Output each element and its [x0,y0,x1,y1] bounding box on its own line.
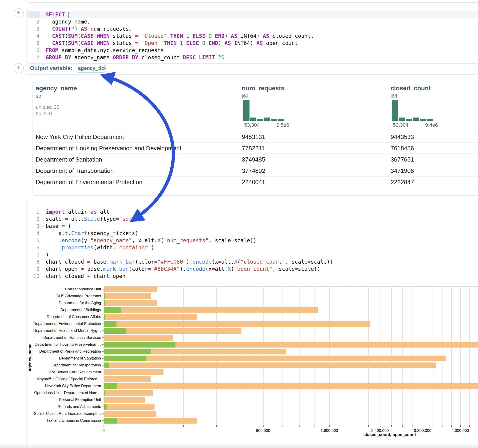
column-header[interactable]: num_requests [242,85,284,92]
y-axis-tick [102,296,104,296]
x-axis-tick [469,425,470,427]
column-stats: unique: 20 [36,104,59,110]
y-axis-tick [102,365,104,366]
y-axis-label: Refunds and Adjustments [2,404,101,409]
bar-closed-count [104,335,173,341]
line-number: 3 [27,25,39,32]
cell-closed-count: 2222847 [391,176,414,188]
y-axis-label: Department of Environmental Protection [2,322,101,326]
column-header[interactable]: agency_name [36,85,77,92]
code-text: agency_name, [40,18,478,25]
code-line[interactable]: 9chart_open = base.mark_bar(color="#8BC3… [26,266,478,273]
y-axis-tick [102,351,104,352]
histogram-bar [257,119,263,121]
x-axis-domain [104,425,478,425]
gridline [469,286,470,425]
histogram-bar [264,118,270,121]
bar-open-count [104,418,117,423]
histogram-bar [420,119,426,121]
y-axis-label: New York City Police Department [2,384,101,388]
output-variable-pill[interactable]: agency_tickets [76,64,106,73]
line-number: 1 [27,208,39,216]
sql-code-editor[interactable]: 1⌄SELECT 2 agency_name,3 COUNT(*) AS num… [26,11,478,61]
result-table: agency_namestrunique: 20nulls: 0num_requ… [32,81,478,196]
code-line[interactable]: 3 COUNT(*) AS num_requests, [26,25,478,32]
python-code-editor[interactable]: 1import altair as alt2scale = alt.Scale(… [26,208,478,280]
bar-open-count [104,293,105,299]
code-line[interactable]: 8chart_closed = base.mark_bar(color="#FF… [26,258,478,266]
cell-num-requests: 3749485 [242,154,265,165]
code-text: .encode(y="agency_name", x=alt.X("num_re… [40,237,478,244]
x-axis-tick [402,425,403,427]
bar-closed-count [104,390,153,396]
histogram-max-label: 9.5e6 [277,122,289,128]
cell-closed-count: 7618456 [391,143,414,154]
column-histogram[interactable] [243,100,284,121]
x-axis-tick [299,425,300,427]
y-axis-label: Department of Buildings [2,308,101,312]
code-text: FROM sample_data.nyc.service_requests [40,47,478,54]
y-axis-tick [102,372,104,372]
code-line[interactable]: 6FROM sample_data.nyc.service_requests [26,47,478,54]
x-axis-tick [380,425,380,427]
code-line[interactable]: 1⌄SELECT [26,11,478,18]
x-axis-tick [314,425,315,427]
y-axis-tick [102,324,104,324]
line-number: 3 [27,223,39,230]
x-axis-tick-label: 0 [102,428,104,433]
line-number: 9 [27,266,39,273]
code-line[interactable]: 1import altair as alt [26,208,478,216]
bar-open-count [104,307,121,313]
table-row[interactable]: Department of Transportation377489234719… [35,165,478,176]
code-text: import altair as alt [40,208,478,216]
cell-closed-count: 9443533 [391,131,414,143]
x-axis-tick [460,425,461,427]
bar-open-count [104,300,105,306]
code-line[interactable]: 2scale = alt.Scale(type="sqrt") [26,216,478,223]
table-row[interactable]: New York City Police Department945313194… [35,131,478,143]
x-axis-tick [104,425,104,427]
cell-closed-count: 3677651 [391,154,414,165]
bar-open-count [104,404,107,410]
code-text: COUNT(*) AS num_requests, [40,25,478,32]
table-row[interactable]: Department of Sanitation37494853677651 [35,154,478,165]
next-section-edge [0,447,478,448]
column-header[interactable]: closed_count [391,85,431,92]
column-type: i64 [391,93,397,99]
add-cell-button-top[interactable]: + [14,8,24,18]
code-text: .properties(width="container") [40,244,478,251]
table-row[interactable]: Department of Housing Preservation and D… [35,142,478,154]
x-axis-tick [442,425,442,427]
y-axis-tick [102,330,104,331]
y-axis-label: Taxi and Limousine Commission [2,418,101,423]
code-line[interactable]: 2 agency_name, [26,18,478,25]
column-type: i64 [242,93,249,99]
bar-open-count [104,362,109,368]
cell-num-requests: 2240041 [242,176,265,188]
code-line[interactable]: 7) [26,251,478,258]
code-line[interactable]: 7GROUP BY agency_name ORDER BY closed_co… [26,54,478,61]
x-axis-tick [413,425,413,427]
histogram-bar [250,118,256,121]
cell-num-requests: 7782211 [242,143,265,154]
code-line[interactable]: 4 alt.Chart(agency_tickets) [26,230,478,237]
histogram-min-label: 53,304 [244,122,260,128]
sql-cell[interactable]: 1⌄SELECT 2 agency_name,3 COUNT(*) AS num… [26,9,478,64]
bar-closed-count [104,369,164,375]
column-histogram[interactable] [392,100,433,121]
code-line[interactable]: 5 .encode(y="agency_name", x=alt.X("num_… [26,237,478,244]
table-row[interactable]: Department of Environmental Protection22… [35,176,478,188]
add-cell-button-output[interactable]: + [14,63,24,73]
y-axis-tick [102,379,104,379]
y-axis-tick [102,337,104,338]
code-line[interactable]: 5 CAST(SUM(CASE WHEN status = 'Open' THE… [26,40,478,47]
code-line[interactable]: 6 .properties(width="container") [26,244,478,251]
code-line[interactable]: 10chart_closed + chart_open [26,273,478,280]
gridline [460,286,461,425]
code-line[interactable]: 4 CAST(SUM(CASE WHEN status = 'Closed' T… [26,32,478,40]
histogram-bar [278,119,284,121]
bar-closed-count [104,418,197,423]
code-line[interactable]: 3⌄base = ( [26,223,478,230]
cell-closed-count: 3471908 [391,165,414,176]
code-text: chart_open = base.mark_bar(color="#8BC34… [40,266,478,273]
